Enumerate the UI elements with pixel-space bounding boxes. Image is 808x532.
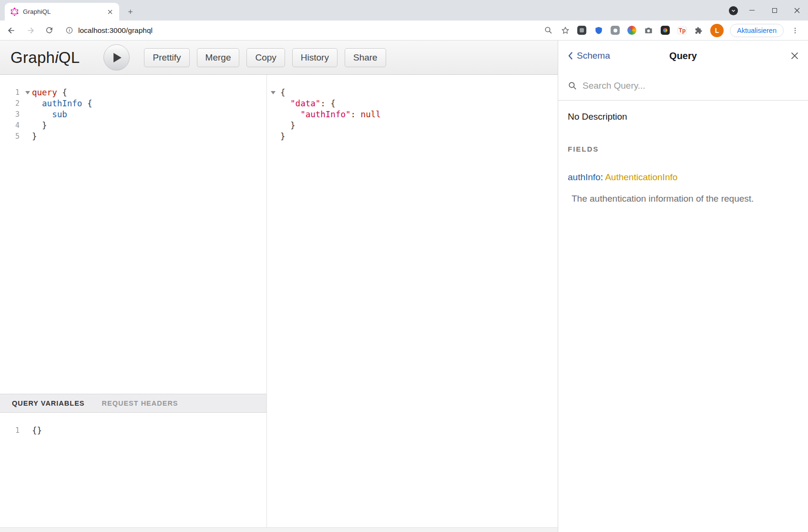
url-text[interactable]: localhost:3000/graphql bbox=[78, 26, 153, 35]
doc-explorer-header: Query Schema bbox=[558, 41, 808, 71]
doc-search-bar bbox=[558, 71, 808, 101]
line-numbers: 12345 bbox=[0, 87, 24, 142]
field-description: The authentication information of the re… bbox=[572, 194, 798, 204]
doc-back-link[interactable]: Schema bbox=[568, 51, 610, 61]
maximize-icon bbox=[772, 8, 777, 13]
browser-menu-icon[interactable] bbox=[790, 25, 800, 36]
page-info-icon[interactable] bbox=[65, 26, 73, 34]
tab-search-icon[interactable] bbox=[729, 6, 738, 15]
field-name-link[interactable]: authInfo bbox=[568, 172, 601, 182]
extension-capture-icon[interactable] bbox=[610, 25, 621, 36]
window-controls bbox=[741, 0, 808, 20]
fold-gutter bbox=[24, 425, 32, 436]
fields-section-title: FIELDS bbox=[568, 145, 798, 153]
new-tab-button[interactable] bbox=[123, 4, 137, 19]
maximize-button[interactable] bbox=[763, 0, 786, 20]
browser-tab[interactable]: GraphiQL bbox=[5, 3, 119, 20]
variables-editor[interactable]: 1 {} bbox=[0, 413, 266, 532]
extension-adblock-icon[interactable] bbox=[577, 25, 587, 36]
extension-photos-icon[interactable] bbox=[660, 25, 671, 36]
merge-button[interactable]: Merge bbox=[197, 48, 240, 67]
close-icon bbox=[791, 52, 798, 60]
zoom-icon[interactable] bbox=[543, 25, 554, 36]
fold-gutter bbox=[24, 87, 32, 142]
extensions-puzzle-icon[interactable] bbox=[694, 25, 704, 36]
browser-toolbar: localhost:3000/graphql Tp L A bbox=[0, 20, 808, 41]
forward-button[interactable] bbox=[26, 26, 35, 35]
tab-query-variables[interactable]: QUERY VARIABLES bbox=[12, 399, 85, 407]
refresh-page-button[interactable]: Aktualisieren bbox=[730, 24, 784, 37]
tab-strip: GraphiQL bbox=[0, 0, 808, 20]
reload-button[interactable] bbox=[45, 26, 54, 35]
doc-explorer-panel: Query Schema No Description FIELDS bbox=[558, 41, 808, 532]
result-code: { "data": { "authInfo": null }} bbox=[280, 87, 381, 142]
fold-arrow-icon[interactable] bbox=[25, 91, 30, 94]
browser-window: GraphiQL bbox=[0, 0, 808, 532]
tab-close-icon[interactable] bbox=[106, 8, 114, 16]
extension-shield-icon[interactable] bbox=[593, 25, 604, 36]
editors-area: 12345 query { authInfo { sub }} QUERY VA… bbox=[0, 75, 558, 532]
tab-title: GraphiQL bbox=[23, 8, 102, 15]
history-button[interactable]: History bbox=[292, 48, 338, 67]
close-icon bbox=[794, 8, 800, 13]
no-description-text: No Description bbox=[568, 112, 798, 122]
doc-close-button[interactable] bbox=[791, 52, 798, 60]
query-pane: 12345 query { authInfo { sub }} QUERY VA… bbox=[0, 75, 267, 532]
extension-colorwheel-icon[interactable] bbox=[627, 25, 637, 36]
copy-button[interactable]: Copy bbox=[246, 48, 285, 67]
minimize-button[interactable] bbox=[741, 0, 763, 20]
bookmark-star-icon[interactable] bbox=[560, 25, 571, 36]
horizontal-scrollbar[interactable] bbox=[0, 527, 558, 532]
variables-title-bar: QUERY VARIABLES REQUEST HEADERS bbox=[0, 394, 266, 413]
graphiql-logo: GraphiQL bbox=[10, 49, 80, 67]
result-viewer[interactable]: { "data": { "authInfo": null }} bbox=[267, 75, 558, 532]
field-colon: : bbox=[601, 172, 605, 182]
fold-arrow-icon[interactable] bbox=[271, 91, 276, 94]
close-window-button[interactable] bbox=[786, 0, 808, 20]
doc-explorer-body: No Description FIELDS authInfo: Authenti… bbox=[558, 101, 808, 204]
query-editor[interactable]: 12345 query { authInfo { sub }} bbox=[0, 75, 266, 394]
play-icon bbox=[113, 53, 122, 62]
variables-code[interactable]: {} bbox=[32, 425, 42, 436]
back-button[interactable] bbox=[7, 26, 16, 35]
address-bar[interactable]: localhost:3000/graphql bbox=[54, 26, 543, 35]
field-entry: authInfo: AuthenticationInfo bbox=[568, 172, 798, 183]
graphiql-toolbar: GraphiQL Prettify Merge Copy History Sha… bbox=[0, 41, 558, 75]
execute-query-button[interactable] bbox=[103, 44, 130, 71]
line-numbers: 1 bbox=[0, 425, 24, 436]
fold-gutter bbox=[267, 87, 278, 142]
tab-request-headers[interactable]: REQUEST HEADERS bbox=[102, 399, 178, 407]
share-button[interactable]: Share bbox=[345, 48, 386, 67]
extension-tampermonkey-icon[interactable]: Tp bbox=[677, 25, 687, 36]
prettify-button[interactable]: Prettify bbox=[144, 48, 189, 67]
minimize-icon bbox=[749, 10, 755, 11]
search-icon bbox=[568, 81, 577, 91]
profile-avatar[interactable]: L bbox=[710, 24, 724, 37]
graphql-favicon-icon bbox=[10, 8, 19, 16]
query-code[interactable]: query { authInfo { sub }} bbox=[32, 87, 92, 142]
field-type-link[interactable]: AuthenticationInfo bbox=[605, 172, 677, 182]
chevron-left-icon bbox=[568, 51, 573, 60]
doc-search-input[interactable] bbox=[583, 81, 798, 91]
extension-camera-icon[interactable] bbox=[644, 25, 654, 36]
